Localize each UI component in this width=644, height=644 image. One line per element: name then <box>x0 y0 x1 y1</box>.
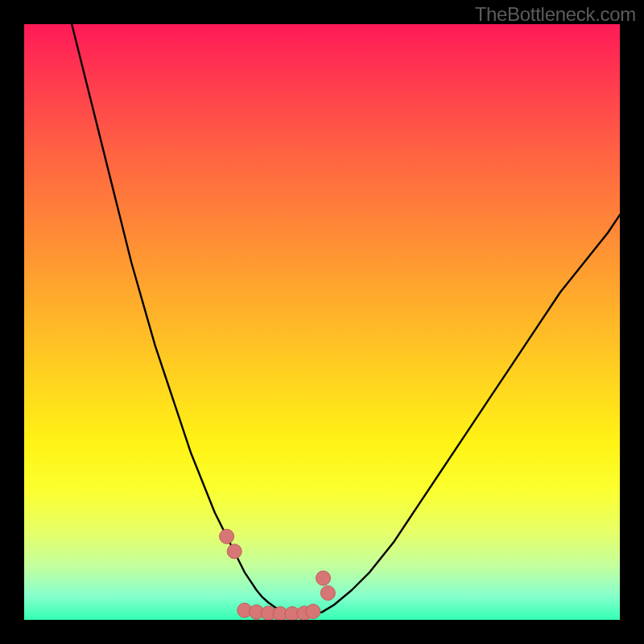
marker-left-lower-dot <box>227 544 242 559</box>
marker-left-upper-dot <box>220 529 234 543</box>
chart-stage: TheBottleneck.com <box>0 0 644 644</box>
marker-right-upper-dot <box>316 571 331 585</box>
watermark-label: TheBottleneck.com <box>475 3 636 26</box>
marker-layer <box>24 24 620 620</box>
marker-floor-7 <box>306 605 320 619</box>
marker-right-lower-dot <box>320 586 335 601</box>
plot-area <box>24 24 620 620</box>
